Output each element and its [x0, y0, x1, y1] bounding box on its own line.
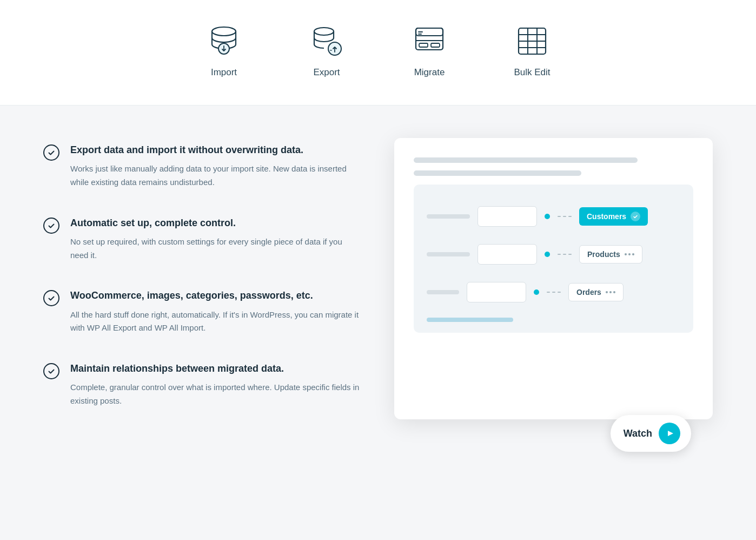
export-label: Export	[313, 67, 340, 78]
products-dot	[545, 252, 550, 257]
customers-badge-label: Customers	[587, 212, 626, 221]
export-feature: Export	[308, 22, 346, 78]
feature-desc-2: All the hard stuff done right, automatic…	[70, 308, 362, 335]
orders-dashes	[547, 292, 561, 293]
feature-item-2: WooCommerce, images, categories, passwor…	[43, 289, 362, 335]
orders-box	[467, 282, 526, 302]
features-icons-row: Import Export	[0, 22, 756, 78]
customers-badge: Customers	[579, 207, 648, 226]
bulk-edit-icon	[513, 22, 551, 60]
preview-card: Customers	[394, 138, 713, 419]
migrate-label: Migrate	[414, 67, 445, 78]
top-bar-2	[414, 170, 581, 176]
check-icon-3	[43, 363, 59, 379]
orders-bar	[427, 290, 459, 294]
feature-text-3: Maintain relationships between migrated …	[70, 362, 362, 408]
customers-row: Customers	[427, 206, 680, 227]
orders-badge-label: Orders	[576, 288, 601, 297]
orders-dot	[534, 289, 539, 295]
products-dashes	[558, 254, 572, 255]
watch-button[interactable]: Watch	[611, 415, 691, 452]
customers-box	[478, 206, 537, 227]
feature-text-2: WooCommerce, images, categories, passwor…	[70, 289, 362, 335]
feature-title-1: Automatic set up, complete control.	[70, 216, 362, 230]
products-bar	[427, 252, 470, 256]
orders-spinner	[606, 291, 615, 293]
orders-row: Orders	[427, 282, 680, 302]
migrate-icon	[410, 22, 448, 60]
svg-rect-7	[419, 43, 428, 47]
inner-card: Customers	[414, 185, 693, 333]
top-bars	[414, 157, 693, 179]
products-box	[478, 244, 537, 265]
import-icon	[205, 22, 243, 60]
check-icon-2	[43, 290, 59, 306]
customers-bar	[427, 214, 470, 219]
feature-item-1: Automatic set up, complete control. No s…	[43, 216, 362, 262]
svg-point-2	[314, 28, 334, 35]
feature-title-2: WooCommerce, images, categories, passwor…	[70, 289, 362, 302]
products-badge: Products	[579, 245, 642, 264]
products-row: Products	[427, 244, 680, 265]
customers-dot	[545, 214, 550, 219]
feature-desc-1: No set up required, with custom settings…	[70, 235, 362, 262]
feature-title-3: Maintain relationships between migrated …	[70, 362, 362, 376]
feature-text-1: Automatic set up, complete control. No s…	[70, 216, 362, 262]
feature-text-0: Export data and import it without overwr…	[70, 143, 362, 189]
play-icon	[666, 429, 674, 438]
orders-badge: Orders	[568, 283, 624, 301]
migrate-feature: Migrate	[410, 22, 448, 78]
feature-desc-0: Works just like manually adding data to …	[70, 162, 362, 189]
preview-panel: Customers	[394, 138, 713, 441]
play-button[interactable]	[659, 423, 680, 444]
feature-title-0: Export data and import it without overwr…	[70, 143, 362, 157]
svg-rect-8	[431, 43, 440, 47]
main-content: Export data and import it without overwr…	[0, 106, 756, 473]
export-icon	[308, 22, 346, 60]
import-label: Import	[211, 67, 237, 78]
preview-bottom-bar	[427, 318, 513, 322]
feature-item-3: Maintain relationships between migrated …	[43, 362, 362, 408]
top-bar-1	[414, 157, 638, 163]
customers-badge-check	[631, 212, 640, 221]
bulk-edit-label: Bulk Edit	[514, 67, 550, 78]
products-badge-label: Products	[587, 250, 620, 259]
customers-dashes	[558, 216, 572, 217]
products-spinner	[625, 253, 634, 255]
feature-desc-3: Complete, granular control over what is …	[70, 381, 362, 408]
bulk-edit-feature: Bulk Edit	[513, 22, 551, 78]
watch-label: Watch	[624, 428, 652, 439]
import-feature: Import	[205, 22, 243, 78]
feature-item-0: Export data and import it without overwr…	[43, 143, 362, 189]
svg-point-0	[212, 27, 236, 36]
data-section: Customers	[427, 206, 680, 302]
check-icon-1	[43, 218, 59, 234]
features-list: Export data and import it without overwr…	[43, 138, 362, 441]
check-icon-0	[43, 144, 59, 161]
